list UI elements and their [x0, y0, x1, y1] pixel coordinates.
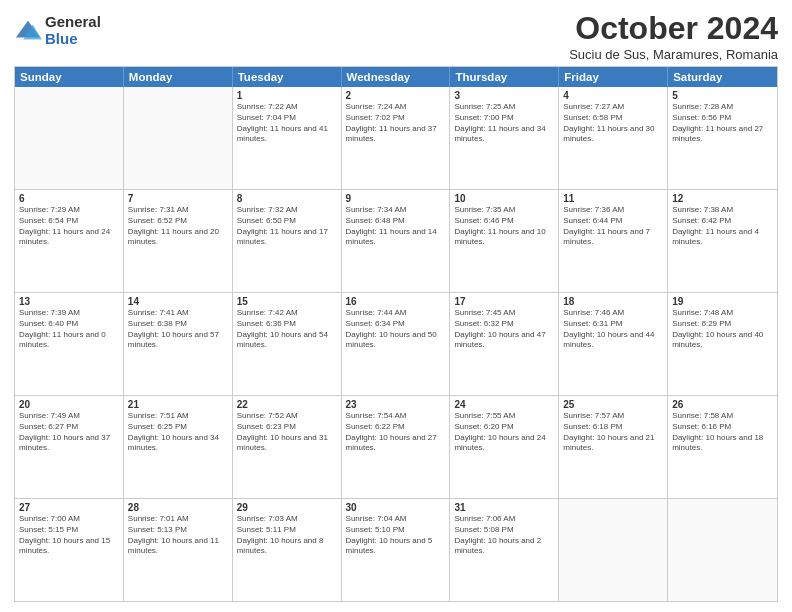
cell-info: Sunrise: 7:44 AM Sunset: 6:34 PM Dayligh… [346, 308, 446, 351]
day-number: 13 [19, 296, 119, 307]
header-friday: Friday [559, 67, 668, 87]
cal-cell [559, 499, 668, 601]
day-number: 7 [128, 193, 228, 204]
cell-info: Sunrise: 7:52 AM Sunset: 6:23 PM Dayligh… [237, 411, 337, 454]
logo-blue-text: Blue [45, 31, 101, 48]
cell-info: Sunrise: 7:48 AM Sunset: 6:29 PM Dayligh… [672, 308, 773, 351]
cal-cell: 30Sunrise: 7:04 AM Sunset: 5:10 PM Dayli… [342, 499, 451, 601]
cell-info: Sunrise: 7:06 AM Sunset: 5:08 PM Dayligh… [454, 514, 554, 557]
day-number: 23 [346, 399, 446, 410]
cell-info: Sunrise: 7:36 AM Sunset: 6:44 PM Dayligh… [563, 205, 663, 248]
day-number: 15 [237, 296, 337, 307]
day-number: 2 [346, 90, 446, 101]
cal-cell: 16Sunrise: 7:44 AM Sunset: 6:34 PM Dayli… [342, 293, 451, 395]
header: General Blue October 2024 Suciu de Sus, … [14, 10, 778, 62]
day-number: 5 [672, 90, 773, 101]
header-monday: Monday [124, 67, 233, 87]
cell-info: Sunrise: 7:57 AM Sunset: 6:18 PM Dayligh… [563, 411, 663, 454]
cal-week-3: 13Sunrise: 7:39 AM Sunset: 6:40 PM Dayli… [15, 293, 777, 396]
day-number: 21 [128, 399, 228, 410]
cell-info: Sunrise: 7:58 AM Sunset: 6:16 PM Dayligh… [672, 411, 773, 454]
cell-info: Sunrise: 7:32 AM Sunset: 6:50 PM Dayligh… [237, 205, 337, 248]
cal-cell: 14Sunrise: 7:41 AM Sunset: 6:38 PM Dayli… [124, 293, 233, 395]
calendar: Sunday Monday Tuesday Wednesday Thursday… [14, 66, 778, 602]
logo: General Blue [14, 14, 101, 47]
cal-cell: 2Sunrise: 7:24 AM Sunset: 7:02 PM Daylig… [342, 87, 451, 189]
day-number: 4 [563, 90, 663, 101]
cal-cell: 27Sunrise: 7:00 AM Sunset: 5:15 PM Dayli… [15, 499, 124, 601]
cal-cell: 17Sunrise: 7:45 AM Sunset: 6:32 PM Dayli… [450, 293, 559, 395]
header-thursday: Thursday [450, 67, 559, 87]
cal-cell: 31Sunrise: 7:06 AM Sunset: 5:08 PM Dayli… [450, 499, 559, 601]
day-number: 26 [672, 399, 773, 410]
cell-info: Sunrise: 7:29 AM Sunset: 6:54 PM Dayligh… [19, 205, 119, 248]
day-number: 3 [454, 90, 554, 101]
header-wednesday: Wednesday [342, 67, 451, 87]
cal-week-5: 27Sunrise: 7:00 AM Sunset: 5:15 PM Dayli… [15, 499, 777, 601]
day-number: 1 [237, 90, 337, 101]
cal-cell: 20Sunrise: 7:49 AM Sunset: 6:27 PM Dayli… [15, 396, 124, 498]
header-tuesday: Tuesday [233, 67, 342, 87]
title-block: October 2024 Suciu de Sus, Maramures, Ro… [569, 10, 778, 62]
cell-info: Sunrise: 7:35 AM Sunset: 6:46 PM Dayligh… [454, 205, 554, 248]
cell-info: Sunrise: 7:22 AM Sunset: 7:04 PM Dayligh… [237, 102, 337, 145]
cal-cell: 22Sunrise: 7:52 AM Sunset: 6:23 PM Dayli… [233, 396, 342, 498]
day-number: 19 [672, 296, 773, 307]
header-saturday: Saturday [668, 67, 777, 87]
day-number: 8 [237, 193, 337, 204]
cal-cell: 21Sunrise: 7:51 AM Sunset: 6:25 PM Dayli… [124, 396, 233, 498]
cell-info: Sunrise: 7:51 AM Sunset: 6:25 PM Dayligh… [128, 411, 228, 454]
cell-info: Sunrise: 7:46 AM Sunset: 6:31 PM Dayligh… [563, 308, 663, 351]
cell-info: Sunrise: 7:49 AM Sunset: 6:27 PM Dayligh… [19, 411, 119, 454]
day-number: 16 [346, 296, 446, 307]
cell-info: Sunrise: 7:03 AM Sunset: 5:11 PM Dayligh… [237, 514, 337, 557]
calendar-body: 1Sunrise: 7:22 AM Sunset: 7:04 PM Daylig… [15, 87, 777, 601]
logo-icon [14, 17, 42, 45]
cell-info: Sunrise: 7:24 AM Sunset: 7:02 PM Dayligh… [346, 102, 446, 145]
day-number: 20 [19, 399, 119, 410]
cal-week-4: 20Sunrise: 7:49 AM Sunset: 6:27 PM Dayli… [15, 396, 777, 499]
cal-cell: 15Sunrise: 7:42 AM Sunset: 6:36 PM Dayli… [233, 293, 342, 395]
day-number: 17 [454, 296, 554, 307]
cal-cell: 12Sunrise: 7:38 AM Sunset: 6:42 PM Dayli… [668, 190, 777, 292]
day-number: 25 [563, 399, 663, 410]
cal-cell: 19Sunrise: 7:48 AM Sunset: 6:29 PM Dayli… [668, 293, 777, 395]
day-number: 12 [672, 193, 773, 204]
day-number: 9 [346, 193, 446, 204]
cal-cell: 8Sunrise: 7:32 AM Sunset: 6:50 PM Daylig… [233, 190, 342, 292]
day-number: 27 [19, 502, 119, 513]
logo-text: General Blue [45, 14, 101, 47]
cal-cell: 28Sunrise: 7:01 AM Sunset: 5:13 PM Dayli… [124, 499, 233, 601]
cal-cell: 29Sunrise: 7:03 AM Sunset: 5:11 PM Dayli… [233, 499, 342, 601]
day-number: 18 [563, 296, 663, 307]
cal-cell [668, 499, 777, 601]
cell-info: Sunrise: 7:00 AM Sunset: 5:15 PM Dayligh… [19, 514, 119, 557]
cal-cell: 18Sunrise: 7:46 AM Sunset: 6:31 PM Dayli… [559, 293, 668, 395]
day-number: 14 [128, 296, 228, 307]
cal-cell: 10Sunrise: 7:35 AM Sunset: 6:46 PM Dayli… [450, 190, 559, 292]
cell-info: Sunrise: 7:28 AM Sunset: 6:56 PM Dayligh… [672, 102, 773, 145]
cal-cell: 13Sunrise: 7:39 AM Sunset: 6:40 PM Dayli… [15, 293, 124, 395]
cal-cell: 9Sunrise: 7:34 AM Sunset: 6:48 PM Daylig… [342, 190, 451, 292]
cell-info: Sunrise: 7:25 AM Sunset: 7:00 PM Dayligh… [454, 102, 554, 145]
cal-cell: 26Sunrise: 7:58 AM Sunset: 6:16 PM Dayli… [668, 396, 777, 498]
day-number: 10 [454, 193, 554, 204]
cal-cell: 5Sunrise: 7:28 AM Sunset: 6:56 PM Daylig… [668, 87, 777, 189]
cal-cell: 11Sunrise: 7:36 AM Sunset: 6:44 PM Dayli… [559, 190, 668, 292]
cal-cell: 25Sunrise: 7:57 AM Sunset: 6:18 PM Dayli… [559, 396, 668, 498]
calendar-page: General Blue October 2024 Suciu de Sus, … [0, 0, 792, 612]
day-number: 30 [346, 502, 446, 513]
day-number: 11 [563, 193, 663, 204]
logo-general: General [45, 14, 101, 31]
calendar-header: Sunday Monday Tuesday Wednesday Thursday… [15, 67, 777, 87]
cell-info: Sunrise: 7:38 AM Sunset: 6:42 PM Dayligh… [672, 205, 773, 248]
cal-cell: 6Sunrise: 7:29 AM Sunset: 6:54 PM Daylig… [15, 190, 124, 292]
cal-cell: 24Sunrise: 7:55 AM Sunset: 6:20 PM Dayli… [450, 396, 559, 498]
cell-info: Sunrise: 7:34 AM Sunset: 6:48 PM Dayligh… [346, 205, 446, 248]
cal-cell: 4Sunrise: 7:27 AM Sunset: 6:58 PM Daylig… [559, 87, 668, 189]
header-sunday: Sunday [15, 67, 124, 87]
day-number: 28 [128, 502, 228, 513]
day-number: 29 [237, 502, 337, 513]
cell-info: Sunrise: 7:39 AM Sunset: 6:40 PM Dayligh… [19, 308, 119, 351]
cell-info: Sunrise: 7:42 AM Sunset: 6:36 PM Dayligh… [237, 308, 337, 351]
